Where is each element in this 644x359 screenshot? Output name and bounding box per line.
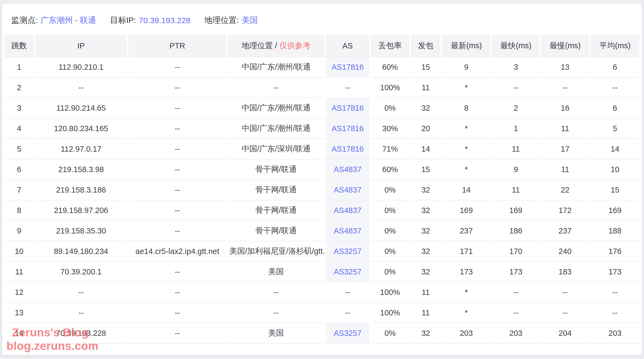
cell-loss: 100%: [371, 282, 409, 303]
cell-sent: 32: [411, 200, 441, 221]
cell-as: AS3257: [326, 262, 369, 282]
cell-latest: *: [442, 303, 490, 323]
cell-sent: 32: [411, 180, 441, 200]
cell-sent: 11: [411, 282, 441, 303]
cell-as: AS3257: [326, 241, 369, 262]
cell-slowest: 237: [541, 221, 589, 241]
table-row: 9219.158.35.30--骨干网/联通AS48370%3223718623…: [5, 221, 639, 241]
cell-ptr: --: [128, 180, 226, 200]
as-link[interactable]: AS17816: [332, 124, 364, 133]
cell-fastest: 173: [492, 262, 540, 282]
cell-ip: 219.158.3.186: [35, 180, 127, 200]
cell-average: 6: [590, 98, 639, 118]
cell-loss: 71%: [371, 139, 409, 159]
col-header-ip: IP: [35, 35, 127, 57]
cell-latest: 173: [442, 262, 490, 282]
info-bar: 监测点: 广东潮州 - 联通 目标IP: 70.39.193.228 地理位置:…: [2, 4, 642, 26]
cell-location: 中国/广东/潮州/联通: [228, 57, 325, 78]
as-link[interactable]: AS17816: [332, 104, 364, 112]
col-header-loss: 丢包率: [371, 35, 409, 57]
as-link[interactable]: AS4837: [334, 226, 361, 235]
cell-hop: 3: [5, 98, 34, 118]
cell-loss: 100%: [371, 78, 409, 98]
cell-ip: 70.39.193.228: [35, 323, 127, 344]
as-link[interactable]: AS17816: [332, 145, 364, 153]
cell-sent: 32: [411, 241, 441, 262]
as-link[interactable]: AS3257: [334, 247, 361, 256]
cell-sent: 11: [411, 303, 441, 323]
cell-slowest: 240: [541, 241, 589, 262]
cell-ip: --: [35, 78, 127, 98]
col-header-location-text: 地理位置 /: [242, 41, 279, 50]
cell-location: 中国/广东/潮州/联通: [228, 118, 325, 139]
as-link[interactable]: AS4837: [334, 165, 361, 174]
cell-hop: 10: [5, 241, 34, 262]
cell-sent: 20: [411, 118, 441, 139]
as-link[interactable]: AS4837: [334, 206, 361, 215]
cell-ip: 219.158.3.98: [35, 159, 127, 180]
table-row: 7219.158.3.186--骨干网/联通AS48370%3214112215: [5, 180, 639, 200]
results-card: 监测点: 广东潮州 - 联通 目标IP: 70.39.193.228 地理位置:…: [2, 4, 642, 355]
cell-loss: 100%: [371, 303, 409, 323]
cell-as: AS4837: [326, 221, 369, 241]
cell-latest: *: [442, 282, 490, 303]
cell-average: 203: [590, 323, 639, 344]
cell-latest: 14: [442, 180, 490, 200]
trace-table-body: 1112.90.210.1--中国/广东/潮州/联通AS1781660%1593…: [5, 57, 639, 344]
table-row: 1470.39.193.228--美国AS32570%3220320320420…: [5, 323, 639, 344]
cell-slowest: 204: [541, 323, 589, 344]
cell-ip: --: [35, 303, 127, 323]
cell-location: --: [228, 303, 325, 323]
cell-loss: 0%: [371, 262, 409, 282]
cell-fastest: 9: [492, 159, 540, 180]
cell-hop: 7: [5, 180, 34, 200]
table-row: 3112.90.214.65--中国/广东/潮州/联通AS178160%3282…: [5, 98, 639, 118]
cell-loss: 30%: [371, 118, 409, 139]
cell-hop: 4: [5, 118, 34, 139]
cell-slowest: 183: [541, 262, 589, 282]
cell-fastest: 11: [492, 139, 540, 159]
cell-latest: *: [442, 78, 490, 98]
monitor-point-group: 监测点: 广东潮州 - 联通: [11, 15, 96, 26]
as-link[interactable]: AS3257: [334, 329, 361, 337]
cell-ptr: --: [128, 159, 226, 180]
cell-sent: 32: [411, 262, 441, 282]
cell-ptr: --: [128, 262, 226, 282]
table-row: 4120.80.234.165--中国/广东/潮州/联通AS1781630%20…: [5, 118, 639, 139]
cell-location: 美国: [228, 323, 325, 344]
cell-sent: 32: [411, 323, 441, 344]
table-row: 6219.158.3.98--骨干网/联通AS483760%15*91110: [5, 159, 639, 180]
as-link[interactable]: AS3257: [334, 267, 361, 276]
geo-location-link[interactable]: 美国: [242, 15, 258, 26]
cell-fastest: 3: [492, 57, 540, 78]
table-row: 13--------100%11*------: [5, 303, 639, 323]
as-link[interactable]: AS4837: [334, 186, 361, 194]
cell-latest: 8: [442, 98, 490, 118]
cell-average: 169: [590, 200, 639, 221]
cell-location: 中国/广东/深圳/联通: [228, 139, 325, 159]
as-link[interactable]: AS17816: [332, 63, 364, 71]
cell-latest: *: [442, 159, 490, 180]
target-ip-group: 目标IP: 70.39.193.228: [110, 15, 191, 26]
cell-fastest: 203: [492, 323, 540, 344]
cell-as: AS4837: [326, 200, 369, 221]
cell-ptr: --: [128, 98, 226, 118]
monitor-point-link[interactable]: 广东潮州 - 联通: [40, 15, 96, 26]
cell-sent: 11: [411, 78, 441, 98]
cell-location: --: [228, 78, 325, 98]
cell-fastest: 11: [492, 180, 540, 200]
cell-fastest: 2: [492, 98, 540, 118]
cell-ip: 89.149.180.234: [35, 241, 127, 262]
cell-ip: --: [35, 282, 127, 303]
cell-fastest: 169: [492, 200, 540, 221]
target-ip-link[interactable]: 70.39.193.228: [139, 16, 191, 25]
cell-ip: 219.158.35.30: [35, 221, 127, 241]
cell-hop: 14: [5, 323, 34, 344]
cell-latest: 9: [442, 57, 490, 78]
cell-hop: 1: [5, 57, 34, 78]
cell-loss: 60%: [371, 57, 409, 78]
cell-hop: 9: [5, 221, 34, 241]
geo-location-group: 地理位置: 美国: [205, 15, 258, 26]
col-header-location-note: 仅供参考: [279, 41, 311, 50]
cell-latest: 237: [442, 221, 490, 241]
